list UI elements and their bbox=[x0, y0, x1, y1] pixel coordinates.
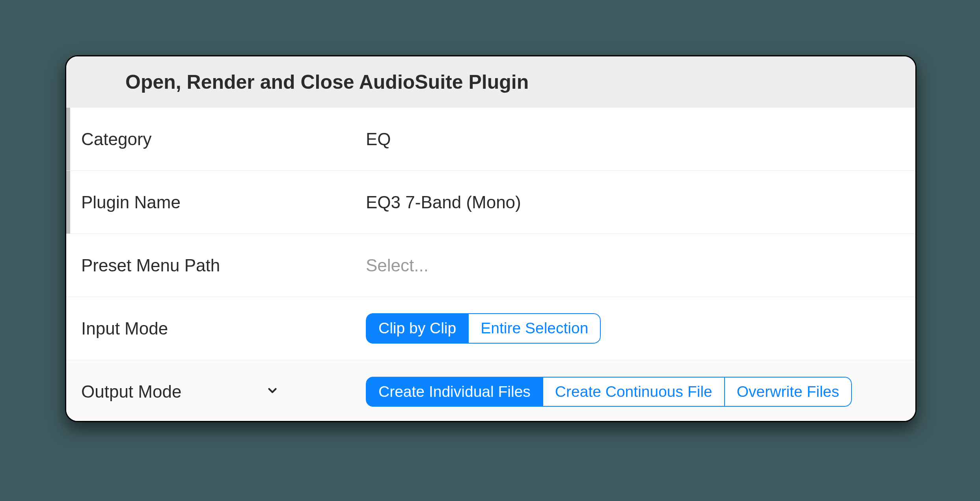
row-preset-menu-path[interactable]: Preset Menu Path Select... bbox=[66, 234, 915, 297]
panel-title: Open, Render and Close AudioSuite Plugin bbox=[125, 71, 900, 93]
input-mode-option-clip-by-clip[interactable]: Clip by Clip bbox=[366, 313, 469, 344]
output-mode-expand-toggle[interactable]: Output Mode bbox=[66, 382, 295, 402]
output-mode-option-create-continuous-file[interactable]: Create Continuous File bbox=[543, 377, 725, 407]
row-category[interactable]: Category EQ bbox=[66, 108, 915, 171]
chevron-down-icon bbox=[266, 384, 279, 400]
output-mode-option-create-individual-files[interactable]: Create Individual Files bbox=[366, 377, 543, 407]
plugin-name-value: EQ3 7-Band (Mono) bbox=[366, 193, 521, 212]
category-label: Category bbox=[81, 129, 152, 149]
preset-menu-path-label: Preset Menu Path bbox=[81, 256, 220, 275]
output-mode-segmented-control: Create Individual Files Create Continuou… bbox=[366, 377, 852, 407]
input-mode-segmented-control: Clip by Clip Entire Selection bbox=[366, 313, 601, 344]
row-input-mode: Input Mode Clip by Clip Entire Selection bbox=[66, 297, 915, 360]
preset-menu-path-placeholder: Select... bbox=[366, 256, 429, 275]
plugin-name-label: Plugin Name bbox=[81, 193, 181, 212]
output-mode-label: Output Mode bbox=[81, 382, 181, 402]
input-mode-label: Input Mode bbox=[81, 319, 168, 338]
row-output-mode: Output Mode Create Individual Files Crea… bbox=[66, 360, 915, 422]
output-mode-option-overwrite-files[interactable]: Overwrite Files bbox=[725, 377, 852, 407]
row-plugin-name[interactable]: Plugin Name EQ3 7-Band (Mono) bbox=[66, 171, 915, 234]
input-mode-option-entire-selection[interactable]: Entire Selection bbox=[469, 313, 601, 344]
panel-header: Open, Render and Close AudioSuite Plugin bbox=[66, 56, 915, 108]
drag-handle-icon[interactable] bbox=[66, 171, 70, 234]
audiosuite-panel: Open, Render and Close AudioSuite Plugin… bbox=[65, 55, 917, 422]
category-value: EQ bbox=[366, 129, 391, 149]
drag-handle-icon[interactable] bbox=[66, 108, 70, 170]
